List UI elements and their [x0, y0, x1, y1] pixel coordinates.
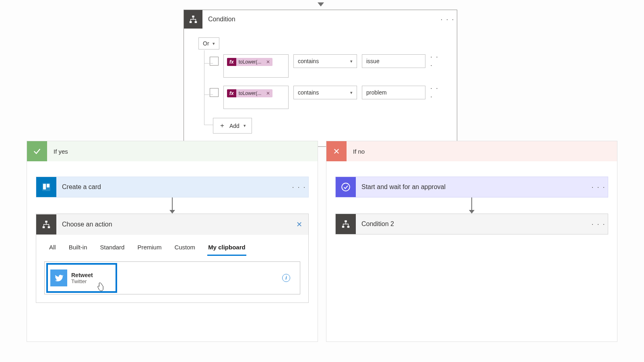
tab-all[interactable]: All: [48, 241, 57, 256]
rule-value-input[interactable]: issue: [362, 54, 425, 68]
clipboard-item-name: Retweet: [71, 272, 93, 278]
condition-card: Condition · · · Or ▾ fx toLower(... ✕: [184, 10, 457, 147]
approval-icon: [336, 177, 356, 197]
action-category-tabs: All Built-in Standard Premium Custom My …: [36, 235, 308, 256]
tab-standard[interactable]: Standard: [99, 241, 126, 256]
flow-arrow-incoming-icon: [318, 2, 324, 6]
check-icon: [27, 141, 47, 161]
rule-left-expression[interactable]: fx toLower(... ✕: [223, 86, 289, 109]
rule-value-input[interactable]: problem: [362, 86, 425, 99]
svg-rect-6: [45, 221, 47, 223]
svg-point-9: [342, 183, 350, 191]
trello-icon: [36, 177, 56, 197]
chevron-down-icon: ▾: [350, 59, 353, 64]
tab-premium[interactable]: Premium: [136, 241, 162, 256]
branch-no-label: If no: [347, 148, 617, 155]
flow-arrow-icon: [335, 197, 608, 214]
tab-my-clipboard[interactable]: My clipboard: [207, 241, 246, 256]
rule-operator-label: contains: [298, 58, 319, 64]
action-start-approval-title: Start and wait for an approval: [356, 183, 589, 191]
condition-rule-row: fx toLower(... ✕ contains ▾ problem · · …: [198, 82, 442, 113]
clipboard-item-connector: Twitter: [71, 278, 93, 284]
svg-rect-2: [195, 21, 197, 23]
remove-token-button[interactable]: ✕: [264, 58, 272, 66]
plus-icon: ＋: [219, 121, 225, 130]
branch-yes-label: If yes: [47, 148, 318, 155]
condition-icon: [184, 10, 202, 29]
flow-arrow-icon: [36, 197, 309, 214]
svg-rect-7: [43, 226, 45, 228]
add-rule-label: Add: [229, 123, 239, 129]
svg-rect-5: [47, 184, 50, 187]
rule-checkbox[interactable]: [210, 57, 219, 66]
choose-action-title: Choose an action: [56, 221, 290, 228]
svg-rect-0: [192, 16, 194, 18]
action-condition-2[interactable]: Condition 2 · · ·: [335, 214, 608, 234]
info-icon[interactable]: i: [282, 274, 290, 282]
choose-action-icon: [36, 214, 56, 234]
rule-checkbox[interactable]: [210, 88, 219, 97]
svg-rect-1: [190, 21, 192, 23]
twitter-icon: [50, 269, 67, 286]
action-more-menu[interactable]: · · ·: [290, 178, 308, 196]
condition-rules-tree: fx toLower(... ✕ contains ▾ issue · · ·: [198, 50, 442, 136]
expression-token[interactable]: fx toLower(... ✕: [227, 58, 272, 66]
svg-rect-4: [43, 184, 46, 189]
rule-more-menu[interactable]: · · ·: [430, 54, 442, 68]
condition-more-menu[interactable]: · · ·: [438, 10, 457, 29]
branch-if-no: If no Start and wait for an approval · ·…: [326, 141, 617, 342]
tree-connector-icon: [198, 82, 210, 113]
branch-yes-header: If yes: [27, 141, 318, 161]
rule-operator-label: contains: [298, 89, 319, 96]
fx-icon: fx: [227, 58, 236, 66]
svg-rect-8: [48, 226, 50, 228]
add-rule-button[interactable]: ＋ Add ▾: [213, 118, 252, 134]
choose-action-panel: Choose an action ✕ All Built-in Standard…: [36, 214, 309, 303]
action-create-card[interactable]: Create a card · · ·: [36, 177, 309, 197]
group-operator-dropdown[interactable]: Or ▾: [198, 37, 219, 49]
condition-title: Condition: [202, 16, 438, 23]
rule-value-text: issue: [366, 58, 380, 64]
condition-add-row: ＋ Add ▾: [198, 113, 442, 136]
condition-card-header[interactable]: Condition · · ·: [184, 10, 457, 29]
rule-operator-dropdown[interactable]: contains ▾: [293, 86, 357, 99]
svg-rect-12: [347, 226, 350, 228]
action-more-menu[interactable]: · · ·: [589, 178, 608, 196]
rule-value-text: problem: [366, 89, 387, 96]
tree-connector-icon: [198, 113, 213, 136]
action-start-approval[interactable]: Start and wait for an approval · · ·: [335, 177, 608, 197]
svg-rect-10: [345, 220, 347, 222]
svg-rect-11: [342, 226, 345, 228]
rule-more-menu[interactable]: · · ·: [430, 86, 442, 99]
close-icon: [326, 141, 347, 161]
expression-token[interactable]: fx toLower(... ✕: [227, 89, 272, 97]
expression-token-text: toLower(...: [236, 89, 264, 97]
branch-no-header: If no: [326, 141, 617, 161]
condition-icon: [336, 214, 356, 234]
chevron-down-icon: ▾: [350, 90, 353, 95]
action-more-menu[interactable]: · · ·: [589, 215, 608, 233]
rule-left-expression[interactable]: fx toLower(... ✕: [223, 54, 289, 78]
action-condition-2-title: Condition 2: [356, 220, 589, 228]
chevron-down-icon: ▾: [244, 123, 246, 128]
clipboard-action-row[interactable]: Retweet Twitter i: [44, 261, 300, 294]
remove-token-button[interactable]: ✕: [264, 89, 272, 97]
choose-action-header: Choose an action ✕: [36, 214, 308, 235]
expression-token-text: toLower(...: [236, 58, 264, 66]
clipboard-item-retweet[interactable]: Retweet Twitter: [46, 263, 117, 293]
fx-icon: fx: [227, 89, 236, 97]
tree-connector-icon: [198, 50, 210, 82]
group-operator-label: Or: [203, 40, 209, 47]
tab-built-in[interactable]: Built-in: [68, 241, 88, 256]
condition-rule-row: fx toLower(... ✕ contains ▾ issue · · ·: [198, 50, 442, 82]
action-create-card-title: Create a card: [56, 183, 290, 191]
condition-body: Or ▾ fx toLower(... ✕ cont: [184, 29, 457, 146]
branch-if-yes: If yes Create a card · · ·: [27, 141, 318, 342]
tab-custom[interactable]: Custom: [173, 241, 196, 256]
close-button[interactable]: ✕: [290, 220, 308, 229]
chevron-down-icon: ▾: [213, 41, 215, 46]
rule-operator-dropdown[interactable]: contains ▾: [293, 54, 357, 68]
